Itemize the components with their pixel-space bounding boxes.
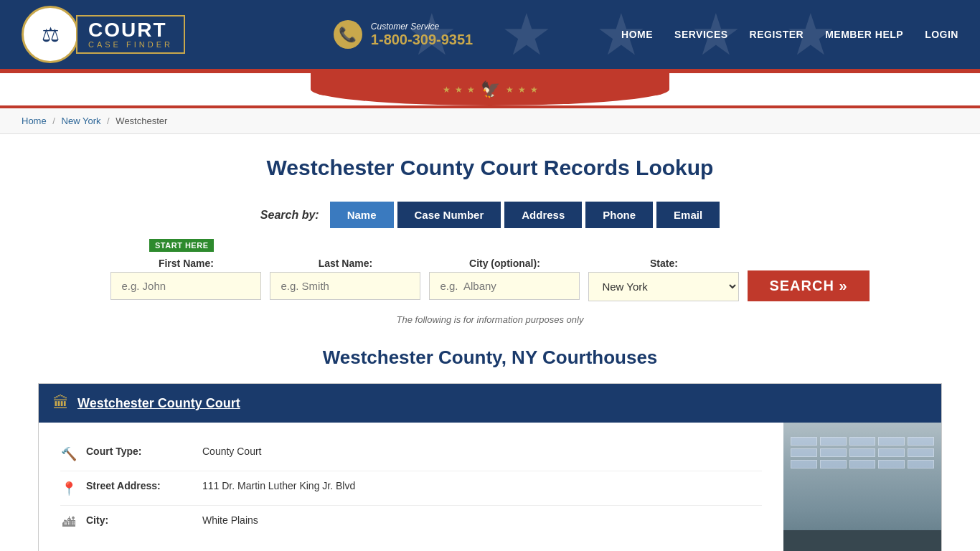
phone-icon: 📞 (334, 20, 362, 49)
window-13 (849, 460, 876, 468)
window-6 (791, 448, 817, 457)
scales-icon: ⚖ (42, 23, 60, 47)
nav-login[interactable]: LOGIN (925, 29, 958, 40)
window-2 (820, 437, 847, 446)
window-7 (820, 448, 847, 457)
breadcrumb-home[interactable]: Home (22, 116, 47, 126)
logo-text-box: COURT CASE FINDER (76, 15, 185, 54)
window-10 (908, 448, 934, 457)
first-name-group: First Name: (110, 258, 261, 300)
start-here-badge: START HERE (149, 239, 214, 252)
logo-area[interactable]: ⚖ COURT CASE FINDER (22, 6, 185, 63)
nav-register[interactable]: REGISTER (750, 29, 804, 40)
courthouse-icon: 🏛 (53, 394, 69, 413)
eagle-icon: 🦅 (481, 80, 500, 99)
court-type-row: 🔨 Court Type: County Court (60, 437, 762, 471)
tab-address[interactable]: Address (504, 202, 582, 228)
gavel-icon: 🔨 (60, 446, 77, 462)
tab-email[interactable]: Email (656, 202, 720, 228)
courthouse-details: 🔨 Court Type: County Court 📍 Street Addr… (39, 423, 783, 551)
logo-case-finder-text: CASE FINDER (88, 40, 173, 49)
state-select[interactable]: New York (588, 272, 739, 301)
search-section: Search by: Name Case Number Address Phon… (38, 202, 942, 325)
city-detail-label: City: (86, 514, 194, 526)
star-4: ★ (506, 85, 514, 95)
search-button[interactable]: SEARCH » (748, 270, 869, 301)
state-label: State: (588, 258, 739, 269)
window-9 (878, 448, 905, 457)
star-6: ★ (530, 85, 538, 95)
city-detail-value: White Plains (202, 514, 258, 526)
court-type-label: Court Type: (86, 446, 194, 457)
logo-court-text: COURT (88, 20, 173, 40)
search-by-row: Search by: Name Case Number Address Phon… (38, 202, 942, 228)
building-photo (783, 423, 941, 551)
address-row: 📍 Street Address: 111 Dr. Martin Luther … (60, 471, 762, 506)
city-group: City (optional): (429, 258, 580, 300)
tab-case-number[interactable]: Case Number (397, 202, 501, 228)
star-row-left: ★ ★ ★ (443, 85, 475, 95)
star-row-right: ★ ★ ★ (506, 85, 538, 95)
logo-circle: ⚖ (22, 6, 79, 63)
address-value: 111 Dr. Martin Luther King Jr. Blvd (202, 480, 355, 491)
eagle-emblem: ★ ★ ★ 🦅 ★ ★ ★ (443, 80, 538, 99)
building-base (783, 530, 941, 551)
breadcrumb: Home / New York / Westchester (0, 108, 980, 134)
state-group: State: New York (588, 258, 739, 301)
info-note: The following is for information purpose… (38, 314, 942, 325)
courthouse-header: 🏛 Westchester County Court (39, 384, 941, 423)
site-header: ★ ★ ★ ★ ★ ⚖ COURT CASE FINDER 📞 Customer… (0, 0, 980, 69)
bg-star-2: ★ (501, 1, 552, 68)
court-type-value: County Court (202, 446, 261, 457)
city-row: 🏙 City: White Plains (60, 506, 762, 539)
window-1 (791, 437, 817, 446)
main-content: Westchester County Court Records Lookup … (24, 134, 956, 551)
building-windows (791, 437, 934, 468)
first-name-label: First Name: (110, 258, 261, 269)
ribbon-container: ★ ★ ★ 🦅 ★ ★ ★ (0, 73, 980, 105)
breadcrumb-sep-2: / (107, 116, 110, 126)
window-4 (878, 437, 905, 446)
window-3 (849, 437, 876, 446)
page-title: Westchester County Court Records Lookup (38, 156, 942, 180)
courthouse-body: 🔨 Court Type: County Court 📍 Street Addr… (39, 423, 941, 551)
nav-home[interactable]: HOME (621, 29, 653, 40)
courthouse-card: 🏛 Westchester County Court 🔨 Court Type:… (38, 383, 942, 551)
last-name-label: Last Name: (270, 258, 420, 269)
nav-services[interactable]: SERVICES (674, 29, 728, 40)
customer-service: 📞 Customer Service 1-800-309-9351 (334, 20, 473, 49)
window-11 (791, 460, 817, 468)
cs-label: Customer Service (371, 22, 473, 32)
courthouse-name-link[interactable]: Westchester County Court (77, 396, 240, 411)
window-15 (908, 460, 934, 468)
tab-name[interactable]: Name (330, 202, 394, 228)
breadcrumb-current: Westchester (116, 116, 167, 126)
courthouses-title: Westchester County, NY Courthouses (38, 347, 942, 369)
last-name-group: Last Name: (270, 258, 420, 300)
location-icon: 📍 (60, 481, 77, 496)
main-nav: HOME SERVICES REGISTER MEMBER HELP LOGIN (621, 29, 958, 40)
breadcrumb-sep-1: / (52, 116, 55, 126)
cs-phone: 1-800-309-9351 (371, 32, 473, 48)
courthouse-image (783, 423, 941, 551)
cs-text: Customer Service 1-800-309-9351 (371, 22, 473, 48)
star-3: ★ (467, 85, 475, 95)
star-2: ★ (455, 85, 463, 95)
ribbon-arch: ★ ★ ★ 🦅 ★ ★ ★ (311, 73, 669, 105)
window-14 (878, 460, 905, 468)
window-5 (908, 437, 934, 446)
breadcrumb-state[interactable]: New York (62, 116, 101, 126)
window-12 (820, 460, 847, 468)
tab-phone[interactable]: Phone (585, 202, 653, 228)
first-name-input[interactable] (110, 272, 261, 300)
nav-member-help[interactable]: MEMBER HELP (825, 29, 903, 40)
search-form: First Name: Last Name: City (optional): … (38, 258, 942, 301)
city-input[interactable] (429, 272, 580, 300)
last-name-input[interactable] (270, 272, 420, 300)
search-by-label: Search by: (260, 209, 319, 222)
window-8 (849, 448, 876, 457)
star-5: ★ (518, 85, 526, 95)
city-label: City (optional): (429, 258, 580, 269)
city-icon: 🏙 (60, 515, 77, 530)
address-label: Street Address: (86, 480, 194, 491)
